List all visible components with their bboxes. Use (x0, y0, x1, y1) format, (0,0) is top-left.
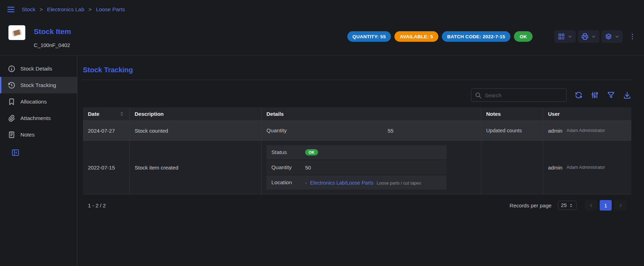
row-notes: Updated counts (486, 128, 522, 133)
location-description: Loose parts / cut tapes (377, 181, 421, 186)
main-panel: Stock Tracking (77, 55, 644, 266)
qrcode-icon (558, 33, 565, 40)
sidebar-item-allocations[interactable]: Allocations (0, 93, 77, 110)
print-actions-button[interactable] (578, 30, 599, 43)
bookmark-icon (8, 98, 15, 106)
download-icon[interactable] (623, 91, 631, 99)
row-description: Stock item created (135, 165, 178, 171)
history-icon (8, 81, 15, 89)
table-header-row: Date Description Details Notes User (83, 107, 631, 121)
detail-value: 50 (305, 165, 311, 171)
pagination: 1 (585, 200, 626, 211)
page-header: Stock Item C_100nF_0402 QUANTITY: 55 AVA… (0, 19, 644, 55)
barcode-actions-button[interactable] (554, 30, 576, 43)
column-header-notes: Notes (481, 107, 543, 120)
records-per-page-label: Records per page (510, 202, 552, 208)
details-entry: Quantity 55 (266, 127, 476, 134)
detail-value: 55 (305, 128, 476, 134)
user-full-name: Adam Administrator (567, 128, 605, 133)
sidebar-item-stock-tracking[interactable]: Stock Tracking (0, 77, 77, 93)
printer-icon (581, 33, 589, 40)
breadcrumb-separator: > (89, 6, 92, 13)
header-actions (554, 30, 636, 43)
breadcrumb-electronics-lab[interactable]: Electronics Lab (47, 6, 84, 13)
top-bar: Stock > Electronics Lab > Loose Parts (0, 0, 644, 19)
location-dash: - (305, 180, 307, 186)
detail-label: Location (271, 179, 305, 186)
paperclip-icon (8, 114, 15, 122)
page-size-select[interactable]: 25 (558, 201, 577, 210)
user-name: admin (548, 128, 562, 134)
column-header-date[interactable]: Date (83, 107, 130, 120)
stock-actions-button[interactable] (601, 30, 623, 43)
breadcrumb: Stock > Electronics Lab > Loose Parts (22, 6, 125, 13)
breadcrumb-loose-parts[interactable]: Loose Parts (96, 6, 125, 13)
batch-code-badge: BATCH CODE: 2022-7-15 (442, 31, 510, 42)
table-row: 2024-07-27 Stock counted Quantity 55 Upd… (83, 121, 631, 141)
table-toolbar (83, 88, 631, 102)
page-title: Stock Item (34, 27, 71, 36)
previous-page-button[interactable] (585, 200, 597, 211)
breadcrumb-separator: > (40, 6, 43, 13)
page-1-button[interactable]: 1 (600, 200, 612, 211)
stock-tracking-table: Date Description Details Notes User 2024… (83, 107, 631, 194)
sidebar-item-attachments[interactable]: Attachments (0, 110, 77, 126)
location-link[interactable]: Electronics Lab/Loose Parts (310, 180, 374, 186)
breadcrumb-stock[interactable]: Stock (22, 6, 36, 13)
filter-icon[interactable] (607, 91, 615, 99)
chevron-down-icon (591, 34, 596, 39)
select-arrows-icon (569, 203, 573, 208)
column-header-user: User (543, 107, 631, 120)
search-icon (475, 92, 482, 99)
record-range: 1 - 2 / 2 (88, 202, 106, 208)
section-title: Stock Tracking (83, 66, 631, 74)
sidebar-collapse-icon[interactable] (11, 148, 77, 157)
stock-stack-icon (605, 33, 612, 40)
sidebar-item-label: Notes (20, 132, 35, 138)
info-circle-icon (8, 65, 15, 73)
detail-location-row: Location - Electronics Lab/Loose Parts L… (266, 175, 446, 189)
chevron-down-icon (567, 34, 573, 39)
page-size-value: 25 (561, 202, 567, 208)
details-subtable: Status OK Quantity 50 Location - Electro… (266, 141, 446, 194)
available-badge: AVAILABLE: 5 (394, 31, 438, 42)
detail-label: Status (271, 149, 305, 155)
sidebar-item-label: Stock Details (20, 66, 52, 72)
detail-label: Quantity (271, 164, 305, 171)
more-options-icon[interactable] (629, 33, 636, 40)
sidebar-item-label: Allocations (20, 99, 47, 105)
user-name: admin (548, 165, 562, 171)
chevron-down-icon (614, 34, 620, 39)
table-row: 2022-07-15 Stock item created Status OK … (83, 141, 631, 194)
sidebar-item-notes[interactable]: Notes (0, 126, 77, 143)
ok-status-badge: OK (305, 149, 318, 155)
notes-icon (8, 131, 15, 139)
part-name: C_100nF_0402 (34, 42, 71, 48)
sidebar-item-label: Stock Tracking (20, 82, 56, 88)
divider (83, 80, 631, 80)
sidebar-item-label: Attachments (20, 115, 51, 121)
detail-label: Quantity (266, 127, 305, 134)
row-description: Stock counted (135, 128, 168, 134)
sidebar-item-stock-details[interactable]: Stock Details (0, 60, 77, 77)
row-date: 2022-07-15 (88, 165, 115, 171)
next-page-button[interactable] (614, 200, 626, 211)
status-ok-badge: OK (514, 31, 533, 42)
detail-status-row: Status OK (266, 145, 446, 159)
hamburger-menu-icon[interactable] (6, 5, 15, 14)
component-image (12, 29, 22, 36)
column-settings-icon[interactable] (591, 91, 599, 99)
quantity-badge: QUANTITY: 55 (347, 31, 391, 42)
sidebar: Stock Details Stock Tracking Allocations… (0, 55, 77, 266)
refresh-icon[interactable] (574, 91, 583, 99)
column-header-description: Description (130, 107, 262, 120)
table-footer: 1 - 2 / 2 Records per page 25 1 (83, 194, 631, 216)
column-header-details: Details (262, 107, 481, 120)
stock-item-thumbnail[interactable] (8, 25, 25, 40)
search-input[interactable] (471, 88, 567, 102)
sort-icon[interactable] (119, 111, 124, 117)
user-full-name: Adam Administrator (567, 165, 605, 170)
row-date: 2024-07-27 (88, 128, 115, 134)
detail-quantity-row: Quantity 50 (266, 160, 446, 174)
